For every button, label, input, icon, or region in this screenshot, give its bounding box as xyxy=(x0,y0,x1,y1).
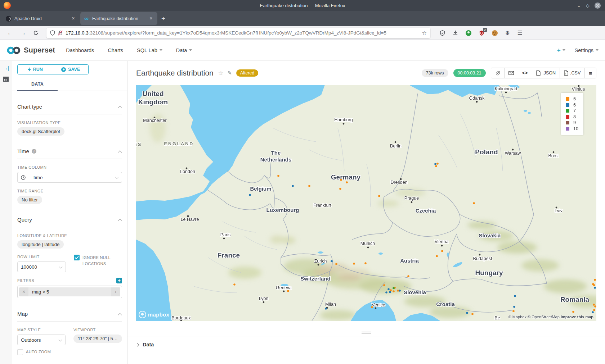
export-json-button[interactable]: .JSON xyxy=(532,68,560,78)
filter-chip[interactable]: ✕ mag > 5 › xyxy=(19,287,120,296)
ublock-shield-icon[interactable]: 2 xyxy=(479,30,484,36)
earthquake-point[interactable] xyxy=(287,290,289,292)
menu-icon[interactable]: ☰ xyxy=(517,29,523,36)
expand-panel-icon[interactable]: →| xyxy=(3,65,9,71)
earthquake-point[interactable] xyxy=(385,291,387,294)
earthquake-point[interactable] xyxy=(233,283,236,286)
earthquake-point[interactable] xyxy=(390,289,392,291)
earthquake-point[interactable] xyxy=(593,309,595,311)
earthquake-point[interactable] xyxy=(441,250,443,252)
tab-close-icon[interactable]: ✕ xyxy=(148,15,154,22)
data-results-panel[interactable]: Data xyxy=(127,337,605,352)
export-csv-button[interactable]: x .CSV xyxy=(560,68,584,78)
time-range-value[interactable]: No filter xyxy=(17,196,42,204)
earthquake-point[interactable] xyxy=(436,255,438,257)
earthquake-point[interactable] xyxy=(594,287,596,289)
mapbox-attribution-link[interactable]: © Mapbox xyxy=(508,315,526,319)
settings-menu[interactable]: Settings xyxy=(575,47,599,53)
reload-button[interactable] xyxy=(30,30,42,36)
dataset-grid-icon[interactable] xyxy=(3,77,9,82)
new-tab-button[interactable]: + xyxy=(157,15,170,22)
improve-map-link[interactable]: Improve this map xyxy=(561,315,593,319)
tab-close-icon[interactable]: ✕ xyxy=(70,15,76,22)
add-new-button[interactable]: + xyxy=(557,47,565,54)
window-maximize-icon[interactable]: ◇ xyxy=(586,3,590,8)
earthquake-point[interactable] xyxy=(471,313,474,315)
permissions-shield-icon[interactable] xyxy=(50,30,55,36)
add-filter-button[interactable]: + xyxy=(116,278,122,283)
earthquake-point[interactable] xyxy=(466,312,468,314)
earthquake-point[interactable] xyxy=(346,181,348,183)
viewport-value[interactable]: 11° 28' 29.70" | 50... xyxy=(73,335,122,343)
ignore-null-checkbox[interactable] xyxy=(74,255,80,260)
earthquake-point[interactable] xyxy=(592,283,594,285)
earthquake-point[interactable] xyxy=(340,179,342,181)
earthquake-point[interactable] xyxy=(387,288,390,290)
earthquake-point[interactable] xyxy=(572,311,574,313)
earthquake-point[interactable] xyxy=(513,306,515,308)
embed-code-button[interactable]: <> xyxy=(518,68,532,78)
earthquake-point[interactable] xyxy=(292,185,294,187)
bookmark-star-icon[interactable]: ☆ xyxy=(422,30,427,36)
superset-logo[interactable]: Superset xyxy=(6,46,55,55)
earthquake-point[interactable] xyxy=(277,175,279,177)
extension-green-icon[interactable] xyxy=(466,30,471,36)
insecure-lock-icon[interactable] xyxy=(58,30,63,36)
edit-title-icon[interactable]: ✎ xyxy=(228,70,232,76)
earthquake-point[interactable] xyxy=(371,306,373,308)
earthquake-point[interactable] xyxy=(389,291,391,293)
lonlat-value[interactable]: longitude | latitude xyxy=(17,240,64,249)
downloads-icon[interactable] xyxy=(453,30,458,36)
window-close-icon[interactable]: ✕ xyxy=(595,3,601,9)
remove-filter-icon[interactable]: ✕ xyxy=(19,287,28,296)
section-time[interactable]: Timei xyxy=(17,145,122,159)
nav-sql-lab[interactable]: SQL Lab xyxy=(137,47,162,53)
browser-tab-apache-druid[interactable]: Apache Druid ✕ xyxy=(3,12,79,25)
section-query[interactable]: Query xyxy=(17,213,122,227)
earthquake-point[interactable] xyxy=(514,295,516,297)
earthquake-point[interactable] xyxy=(335,263,337,265)
nav-dashboards[interactable]: Dashboards xyxy=(66,47,94,53)
earthquake-point[interactable] xyxy=(434,163,436,165)
section-chart-type[interactable]: Chart type xyxy=(17,100,122,114)
earthquake-point[interactable] xyxy=(512,310,515,312)
earthquake-point[interactable] xyxy=(436,163,439,165)
email-button[interactable] xyxy=(504,68,518,78)
earthquake-point[interactable] xyxy=(383,284,385,286)
earthquake-point[interactable] xyxy=(249,194,251,196)
earthquake-point[interactable] xyxy=(594,279,596,281)
earthquake-point[interactable] xyxy=(473,202,475,204)
nav-data[interactable]: Data xyxy=(176,47,192,53)
earthquake-point[interactable] xyxy=(407,275,409,277)
window-minimize-icon[interactable]: ⌄ xyxy=(577,3,581,8)
run-button[interactable]: RUN xyxy=(18,65,53,74)
earthquake-point[interactable] xyxy=(331,260,333,262)
map-style-select[interactable]: Outdoors xyxy=(17,335,66,345)
deckgl-map[interactable]: ENGLANDESManchesterLondonLe HavreParisBo… xyxy=(136,85,596,321)
earthquake-point[interactable] xyxy=(397,290,399,292)
earthquake-point[interactable] xyxy=(593,304,595,306)
back-button[interactable]: ← xyxy=(4,30,17,36)
earthquake-point[interactable] xyxy=(594,305,596,308)
resize-handle[interactable] xyxy=(362,332,371,334)
earthquake-point[interactable] xyxy=(378,195,380,197)
copy-link-button[interactable] xyxy=(491,68,504,78)
earthquake-point[interactable] xyxy=(393,290,395,292)
chevron-right-icon[interactable]: › xyxy=(111,287,120,296)
earthquake-point[interactable] xyxy=(353,263,355,265)
viz-type-value[interactable]: deck.gl Scatterplot xyxy=(17,127,64,136)
save-button[interactable]: + SAVE xyxy=(53,65,89,74)
earthquake-point[interactable] xyxy=(399,290,401,292)
earthquake-point[interactable] xyxy=(308,185,310,187)
more-options-button[interactable]: ≡ xyxy=(584,68,596,78)
favorite-star-icon[interactable]: ☆ xyxy=(218,69,224,77)
earthquake-point[interactable] xyxy=(325,308,327,310)
earthquake-point[interactable] xyxy=(339,188,341,190)
mapbox-logo[interactable]: mapbox xyxy=(139,311,169,318)
nav-charts[interactable]: Charts xyxy=(108,47,123,53)
auto-zoom-checkbox[interactable] xyxy=(17,349,23,355)
osm-attribution-link[interactable]: © OpenStreetMap xyxy=(528,315,560,319)
cookie-extension-icon[interactable] xyxy=(492,30,498,36)
asterisk-extension-icon[interactable]: ❋ xyxy=(505,30,510,36)
tab-data[interactable]: DATA xyxy=(17,77,58,91)
